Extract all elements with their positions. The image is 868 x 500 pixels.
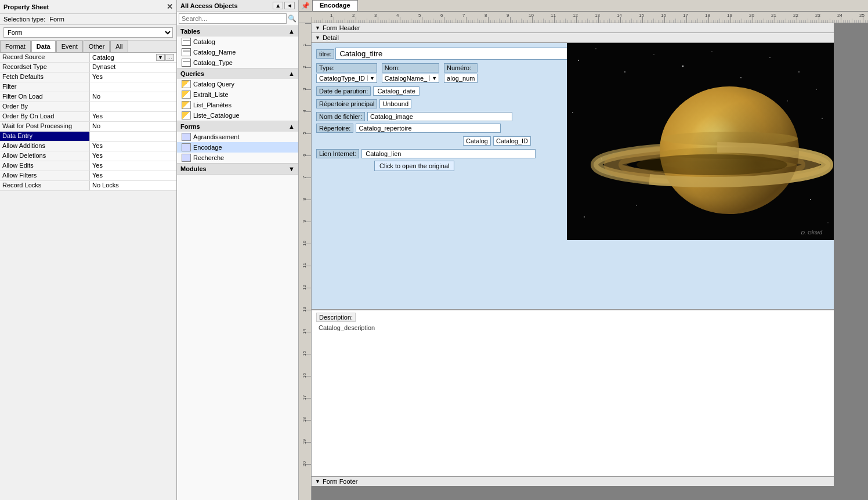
ruler-minor-tick (380, 20, 381, 23)
table-icon (182, 59, 191, 67)
property-value[interactable]: Catalog▼… (90, 53, 176, 62)
property-row[interactable]: Allow AdditionsYes (0, 142, 176, 151)
search-input[interactable] (179, 13, 287, 24)
date-label: Date de parution: (316, 86, 371, 96)
record-source-dropdown-btn[interactable]: ▼ (156, 54, 165, 61)
tab-all[interactable]: All (110, 41, 128, 52)
catalog-label-field[interactable]: Catalog (463, 136, 491, 146)
ruler-minor-tick (360, 20, 361, 23)
close-icon[interactable]: ✕ (167, 2, 173, 11)
ruler-minor-tick (750, 20, 751, 23)
property-row[interactable]: Allow DeletionsYes (0, 151, 176, 161)
ruler-minor-tick (805, 20, 806, 23)
nav-item-catalog-name[interactable]: Catalog_Name (177, 47, 298, 57)
ruler-minor-tick (671, 20, 671, 23)
section-collapse-icon: ▲ (288, 70, 295, 77)
tab-bar: 📌 Encodage (299, 0, 868, 12)
description-value[interactable]: Catalog_description (316, 323, 829, 358)
tab-data[interactable]: Data (31, 41, 56, 52)
tab-other[interactable]: Other (84, 41, 110, 52)
detail-section: titre: Catalog_titre Type: CatalogType_I… (312, 43, 834, 310)
ruler-minor-tick (395, 20, 396, 23)
svg-point-13 (822, 118, 823, 119)
ruler-minor-tick (627, 20, 627, 23)
ruler-minor-tick (574, 20, 574, 23)
left-ruler-label: 12 (302, 283, 307, 292)
form-footer-band[interactable]: ▼ Form Footer (312, 476, 834, 486)
ruler-minor-tick (814, 20, 815, 23)
ruler-minor-tick (645, 20, 645, 23)
ruler-minor-tick (572, 20, 572, 23)
unbound-field[interactable]: Unbound (379, 99, 411, 108)
ruler-mark-line (422, 17, 422, 23)
ruler-minor-tick (649, 20, 649, 23)
tab-event[interactable]: Event (56, 41, 83, 52)
canvas-wrapper[interactable]: ▼ Form Header ▼ Detail titre: Catalog_ti… (312, 23, 868, 500)
type-combo[interactable]: CatalogType_ID ▼ (316, 74, 377, 83)
left-ruler-label: 11 (302, 261, 307, 270)
nav-item-catalog-type[interactable]: Catalog_Type (177, 57, 298, 68)
property-row[interactable]: Record SourceCatalog▼… (0, 53, 176, 63)
property-row[interactable]: Wait for Post ProcessingNo (0, 122, 176, 132)
property-row[interactable]: Data EntryNo (0, 132, 176, 142)
property-row[interactable]: Fetch DefaultsYes (0, 73, 176, 82)
nav-section-queries-header[interactable]: Queries ▲ (177, 68, 298, 79)
repertoire-field[interactable]: Catalog_repertoire (356, 124, 501, 133)
property-row[interactable]: Recordset TypeDynaset (0, 63, 176, 73)
property-row[interactable]: Order By On LoadYes (0, 112, 176, 122)
ruler-minor-tick (612, 20, 612, 23)
ruler-minor-tick (799, 20, 800, 23)
ruler-minor-tick (803, 20, 804, 23)
nom-fichier-field[interactable]: Catalog_image (367, 112, 512, 121)
property-row[interactable]: Allow FiltersYes (0, 171, 176, 181)
ruler-minor-tick (527, 20, 528, 23)
ruler-minor-tick (669, 20, 670, 23)
nav-item-catalog[interactable]: Catalog (177, 37, 298, 47)
nav-item-liste-catalogue[interactable]: Liste_Catalogue (177, 110, 298, 121)
date-field[interactable]: Catalog_date (373, 86, 419, 96)
ruler-minor-tick (384, 20, 385, 23)
nav-section-modules-header[interactable]: Modules ▼ (177, 164, 298, 174)
svg-point-10 (816, 89, 817, 90)
search-icon[interactable]: 🔍 (288, 15, 296, 23)
ruler-minor-tick (618, 20, 619, 23)
ruler-minor-tick (314, 20, 314, 23)
nav-item-list-planetes[interactable]: List_Planètes (177, 100, 298, 110)
detail-band-header[interactable]: ▼ Detail (312, 33, 834, 43)
ruler-minor-tick (735, 20, 736, 23)
nav-section-forms-header[interactable]: Forms ▲ (177, 121, 298, 132)
nav-item-extrait-liste[interactable]: Extrait_Liste (177, 89, 298, 100)
numero-field[interactable]: alog_num (444, 74, 478, 83)
property-row[interactable]: Record LocksNo Locks (0, 181, 176, 191)
nav-section-tables-header[interactable]: Tables ▲ (177, 26, 298, 37)
form-selector[interactable]: Form (3, 27, 173, 38)
ruler-minor-tick (545, 20, 546, 23)
nav-item-recherche[interactable]: Recherche (177, 153, 298, 163)
tab-format[interactable]: Format (0, 41, 31, 52)
catalog-id-field[interactable]: Catalog_ID (493, 136, 531, 146)
form-header-band[interactable]: ▼ Form Header (312, 23, 834, 33)
form-header-arrow: ▼ (315, 25, 320, 31)
nav-item-catalog-query[interactable]: Catalog Query (177, 79, 298, 89)
property-row[interactable]: Filter (0, 82, 176, 92)
nav-item-agrandissement[interactable]: Agrandissement (177, 132, 298, 142)
lien-field[interactable]: Catalog_lien (361, 149, 536, 158)
nav-chevron-left-icon[interactable]: ◄ (284, 2, 295, 9)
ruler-minor-tick (596, 20, 596, 23)
nav-header-buttons: ▲ ◄ (273, 2, 295, 9)
nav-item-encodage[interactable]: Encodage (177, 142, 298, 153)
open-original-button[interactable]: Click to open the original (374, 161, 454, 171)
ruler-minor-tick (680, 20, 681, 23)
designer-tab-encodage[interactable]: Encodage (312, 0, 358, 11)
lien-label: Lien Internet: (316, 149, 359, 158)
ruler-minor-tick (852, 19, 852, 23)
nom-combo[interactable]: CatalogName_ ▼ (382, 74, 439, 83)
svg-point-2 (595, 48, 596, 49)
property-row[interactable]: Allow EditsYes (0, 161, 176, 171)
record-source-builder-btn[interactable]: … (165, 54, 174, 61)
left-ruler-label: 9 (302, 217, 307, 226)
nav-chevron-up-icon[interactable]: ▲ (273, 2, 283, 9)
query-icon (182, 90, 191, 99)
property-row[interactable]: Filter On LoadNo (0, 92, 176, 102)
property-row[interactable]: Order By (0, 102, 176, 112)
